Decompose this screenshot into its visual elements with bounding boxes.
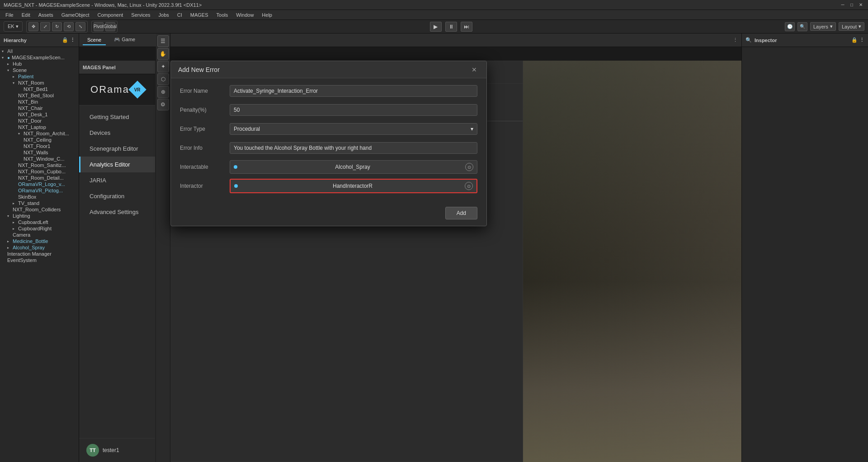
tree-camera[interactable]: Camera bbox=[0, 232, 79, 238]
tree-lighting[interactable]: ▾ Lighting bbox=[0, 213, 79, 219]
tree-skinbox[interactable]: SkinBox bbox=[0, 194, 79, 200]
tree-scene[interactable]: ▾ ● MAGESExampleScen... bbox=[0, 54, 79, 61]
nav-devices[interactable]: Devices bbox=[79, 125, 155, 141]
menu-assets[interactable]: Assets bbox=[35, 11, 57, 19]
tree-nxt-colliders[interactable]: NXT_Room_Colliders bbox=[0, 206, 79, 213]
tree-nxt-bin[interactable]: NXT_Bin bbox=[0, 99, 79, 105]
nav-scenegraph[interactable]: Scenegraph Editor bbox=[79, 141, 155, 157]
global-btn[interactable]: Global bbox=[105, 22, 115, 31]
maximize-btn[interactable]: □ bbox=[848, 1, 855, 9]
nav-configuration[interactable]: Configuration bbox=[79, 188, 155, 204]
interactable-field[interactable]: Alcohol_Spray ⊙ bbox=[230, 160, 477, 174]
hierarchy-lock[interactable]: 🔒 bbox=[62, 37, 68, 43]
menu-component[interactable]: Component bbox=[94, 11, 127, 19]
game-tab[interactable]: 🎮 Game bbox=[109, 35, 140, 45]
interactor-select-btn[interactable]: ⊙ bbox=[465, 182, 473, 190]
user-initials: TT bbox=[90, 448, 95, 453]
close-btn[interactable]: ✕ bbox=[857, 1, 864, 9]
nav-jaria[interactable]: JARIA bbox=[79, 172, 155, 188]
inspector-lock[interactable]: 🔒 bbox=[851, 37, 858, 43]
tree-label-alcohol: Alcohol_Spray bbox=[13, 245, 45, 250]
tree-orama-pictog[interactable]: ORamaVR_Pictog... bbox=[0, 187, 79, 194]
tree-nxt-chair[interactable]: NXT_Chair bbox=[0, 105, 79, 111]
nav-analytics[interactable]: Analytics Editor bbox=[79, 157, 155, 172]
tree-nxt-sanitiz[interactable]: NXT_Room_Sanitiz... bbox=[0, 162, 79, 168]
tree-cupboard-left[interactable]: ▸ CupboardLeft bbox=[0, 219, 79, 225]
tree-nxt-door[interactable]: NXT_Door bbox=[0, 118, 79, 124]
menu-ci[interactable]: CI bbox=[174, 11, 186, 19]
transform-btn-3[interactable]: ↻ bbox=[52, 22, 62, 31]
viewport-more[interactable]: ⋮ bbox=[733, 37, 738, 43]
minimize-btn[interactable]: ─ bbox=[839, 1, 846, 9]
tree-event-system[interactable]: EventSystem bbox=[0, 257, 79, 263]
side-icon-5[interactable]: ⊕ bbox=[157, 86, 169, 98]
step-btn[interactable]: ⏭ bbox=[461, 22, 472, 32]
dialog-close-btn[interactable]: ✕ bbox=[469, 65, 479, 75]
penalty-input[interactable]: 50 bbox=[230, 104, 477, 116]
tree-all[interactable]: ▾ All bbox=[0, 48, 79, 54]
transform-btn-2[interactable]: ⤢ bbox=[40, 22, 50, 31]
side-icon-4[interactable]: ⬡ bbox=[157, 73, 169, 85]
layout-dropdown[interactable]: Layout ▾ bbox=[839, 22, 864, 31]
hierarchy-more[interactable]: ⋮ bbox=[70, 37, 75, 43]
history-btn[interactable]: 🕒 bbox=[785, 22, 795, 31]
transform-btn-4[interactable]: ⟲ bbox=[64, 22, 74, 31]
interactor-label: Interactor bbox=[180, 183, 230, 189]
error-type-dropdown[interactable]: Procedural ▾ bbox=[230, 123, 477, 135]
tree-orama-logo[interactable]: ORamaVR_Logo_v... bbox=[0, 181, 79, 187]
tree-interaction-mgr[interactable]: Interaction Manager bbox=[0, 251, 79, 257]
tree-nxt-bed-stool[interactable]: NXT_Bed_Stool bbox=[0, 92, 79, 99]
main-area: Hierarchy 🔒 ⋮ ▾ All ▾ ● MAGESExampleScen… bbox=[0, 33, 868, 462]
layers-dropdown[interactable]: Layers ▾ bbox=[810, 22, 836, 31]
tree-tv-stand[interactable]: ▸ TV_stand bbox=[0, 200, 79, 206]
tree-nxt-ceiling[interactable]: NXT_Ceiling bbox=[0, 137, 79, 143]
nav-getting-started[interactable]: Getting Started bbox=[79, 109, 155, 125]
side-icon-2[interactable]: ✋ bbox=[157, 48, 169, 60]
tree-alcohol[interactable]: ▸ Alcohol_Spray bbox=[0, 244, 79, 251]
tree-nxt-desk[interactable]: NXT_Desk_1 bbox=[0, 111, 79, 118]
tree-hub[interactable]: ▸ Hub bbox=[0, 61, 79, 67]
transform-btn-5[interactable]: ⤡ bbox=[75, 22, 85, 31]
tree-nxt-room[interactable]: ▾ NXT_Room bbox=[0, 80, 79, 86]
menu-services[interactable]: Services bbox=[127, 11, 154, 19]
tree-arrow-all: ▾ bbox=[2, 49, 6, 53]
error-name-input[interactable]: Activate_Syringe_Interaction_Error bbox=[230, 85, 477, 97]
interactable-select-btn[interactable]: ⊙ bbox=[465, 163, 473, 171]
menu-tools[interactable]: Tools bbox=[213, 11, 232, 19]
nav-advanced[interactable]: Advanced Settings bbox=[79, 204, 155, 220]
tree-nxt-laptop[interactable]: NXT_Laptop bbox=[0, 124, 79, 130]
tree-nxt-detail[interactable]: NXT_Room_Detail... bbox=[0, 175, 79, 181]
scene-tab[interactable]: Scene bbox=[83, 35, 106, 45]
tree-nxt-room-archit[interactable]: ▾ NXT_Room_Archit... bbox=[0, 130, 79, 137]
side-icon-3[interactable]: ✦ bbox=[157, 61, 169, 72]
tree-patient[interactable]: ▸ Patient bbox=[0, 73, 79, 80]
menu-jobs[interactable]: Jobs bbox=[155, 11, 173, 19]
tree-nxt-window[interactable]: NXT_Window_C... bbox=[0, 156, 79, 162]
menu-mages[interactable]: MAGES bbox=[187, 11, 212, 19]
menu-window[interactable]: Window bbox=[232, 11, 257, 19]
tree-cupboard-right[interactable]: ▸ CupboardRight bbox=[0, 225, 79, 232]
pivot-btn[interactable]: Pivot bbox=[94, 22, 104, 31]
tree-nxt-floor[interactable]: NXT_Floor1 bbox=[0, 143, 79, 149]
tree-nxt-bed1[interactable]: NXT_Bed1 bbox=[0, 86, 79, 92]
pause-btn[interactable]: ⏸ bbox=[445, 22, 457, 32]
error-info-input[interactable]: You touched the Alcohol Spray Bottle wit… bbox=[230, 142, 477, 154]
menu-gameobject[interactable]: GameObject bbox=[58, 11, 93, 19]
transform-btn-1[interactable]: ✥ bbox=[28, 22, 38, 31]
side-icon-1[interactable]: ☰ bbox=[157, 35, 169, 47]
add-button[interactable]: Add bbox=[445, 207, 477, 219]
inspector-more[interactable]: ⋮ bbox=[859, 37, 864, 43]
logo-vr: VR bbox=[134, 87, 141, 92]
interactor-field[interactable]: HandInteractorR ⊙ bbox=[230, 179, 477, 193]
play-btn[interactable]: ▶ bbox=[430, 22, 442, 32]
menu-edit[interactable]: Edit bbox=[18, 11, 34, 19]
side-icon-6[interactable]: ⚙ bbox=[157, 99, 169, 110]
search-btn[interactable]: 🔍 bbox=[797, 22, 807, 31]
tree-nxt-cupb[interactable]: NXT_Room_Cupbo... bbox=[0, 168, 79, 175]
tree-nxt-walls[interactable]: NXT_Walls bbox=[0, 149, 79, 156]
account-label[interactable]: EK ▾ bbox=[6, 23, 20, 30]
menu-help[interactable]: Help bbox=[258, 11, 276, 19]
tree-medicine[interactable]: ▸ Medicine_Bottle bbox=[0, 238, 79, 244]
tree-scene-go[interactable]: ▾ Scene bbox=[0, 67, 79, 73]
menu-file[interactable]: File bbox=[2, 11, 17, 19]
